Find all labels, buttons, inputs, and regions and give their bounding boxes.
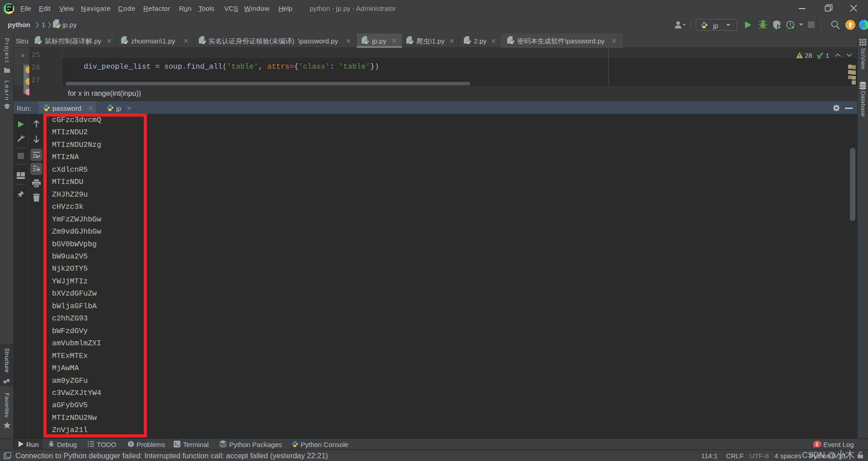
svg-text:PC: PC xyxy=(7,5,11,9)
